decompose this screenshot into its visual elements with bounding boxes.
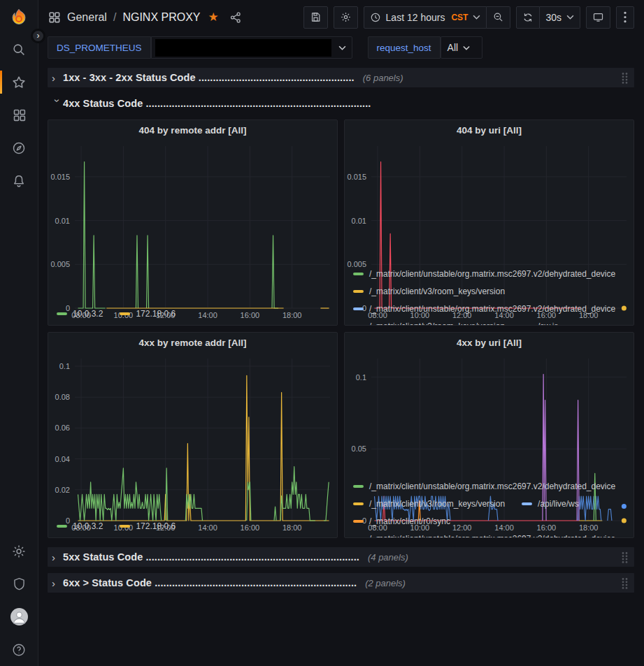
timeseries-chart[interactable]: 00.050.108:0010:0012:0014:0016:0018:00 [345, 353, 634, 476]
time-range-label: Last 12 hours [386, 12, 445, 23]
row-panel-count: (2 panels) [365, 578, 406, 588]
dashboard-body: › 1xx - 3xx - 2xx Status Code ..........… [38, 66, 644, 666]
legend-swatch [353, 273, 364, 275]
legend-swatch [522, 502, 532, 505]
legend-item[interactable]: /_matrix/client/unstable/org.matrix.msc2… [353, 534, 615, 539]
kebab-menu-icon [624, 11, 627, 23]
row-panel-count: (6 panels) [363, 73, 403, 83]
legend-item[interactable]: /_matrix/client/v3/room_keys/version [353, 287, 505, 296]
legend-swatch [57, 525, 67, 528]
favorite-star-icon[interactable]: ★ [208, 10, 219, 24]
sidebar: › [0, 0, 38, 666]
legend-item[interactable]: /_matrix/client/unstable/org.matrix.msc2… [353, 269, 615, 279]
timeseries-chart[interactable]: 00.020.040.060.080.108:0010:0012:0014:00… [48, 353, 337, 516]
sidebar-item-profile[interactable] [0, 600, 38, 633]
legend-row: /_matrix/client/v3/room_keys/version [353, 282, 627, 300]
legend-item[interactable]: 10.0.3.2 [57, 521, 103, 531]
variable-request-host-dropdown[interactable]: All [441, 36, 482, 59]
row-5xx[interactable]: › 5xx Status Code ......................… [48, 547, 634, 567]
svg-text:0.015: 0.015 [50, 173, 70, 181]
row-title: 1xx - 3xx - 2xx Status Code ............… [63, 72, 355, 83]
sidebar-item-explore[interactable] [0, 131, 38, 164]
sidebar-expand-button[interactable]: › [31, 29, 45, 43]
refresh-button[interactable] [516, 6, 540, 29]
chevron-down-icon [566, 15, 574, 20]
breadcrumb: General / NGINX PROXY ★ [48, 10, 242, 24]
row-drag-handle[interactable] [621, 551, 629, 563]
share-icon[interactable] [229, 11, 242, 24]
legend-swatch [120, 525, 130, 528]
legend-item[interactable]: /_matrix/client/v3/room_keys/version [353, 321, 505, 326]
legend-swatch [120, 312, 130, 315]
chevron-right-icon: › [52, 551, 63, 563]
legend-swatch [353, 502, 364, 505]
legend-label: /_matrix/client/unstable/org.matrix.msc2… [369, 482, 615, 491]
panel-title[interactable]: 404 by remote addr [All] [48, 120, 337, 140]
user-avatar [10, 608, 28, 625]
legend-swatch [353, 520, 364, 523]
legend-item[interactable]: /_matrix/client/unstable/org.matrix.msc2… [353, 304, 615, 314]
main-area: General / NGINX PROXY ★ [38, 0, 644, 666]
dashboards-grid-icon [12, 108, 27, 122]
svg-text:0.05: 0.05 [352, 444, 366, 453]
refresh-interval-picker[interactable]: 30s [540, 6, 580, 29]
legend-row: /_matrix/client/r0/sync [353, 512, 627, 530]
shield-icon [12, 577, 27, 591]
zoom-out-time-button[interactable] [487, 6, 510, 29]
variable-ds-dropdown[interactable] [151, 36, 352, 59]
breadcrumb-folder[interactable]: General [67, 11, 107, 24]
save-dashboard-button[interactable] [303, 6, 328, 29]
dashboard-toolbar: General / NGINX PROXY ★ [38, 0, 644, 34]
sidebar-item-help[interactable] [0, 633, 38, 666]
kiosk-tv-button[interactable] [586, 6, 610, 29]
legend-label: /_matrix/client/unstable/org.matrix.msc2… [369, 269, 615, 279]
panel-title[interactable]: 4xx by uri [All] [345, 333, 634, 353]
legend-item[interactable]: /_matrix/client/unstable/org.matrix.msc2… [353, 482, 615, 491]
legend-item[interactable]: /_matrix/client/v3/room_keys/version [353, 499, 505, 509]
panel-404-by-remote-addr: 404 by remote addr [All] 00.0050.010.015… [48, 120, 338, 326]
grafana-logo[interactable] [0, 0, 38, 33]
time-range-picker[interactable]: Last 12 hours CST [364, 6, 487, 29]
row-6xx[interactable]: › 6xx > Status Code ....................… [48, 573, 634, 593]
legend-label: 172.18.0.6 [136, 521, 176, 531]
refresh-interval-label: 30s [545, 12, 561, 23]
person-icon [10, 608, 28, 625]
sidebar-item-alerting[interactable] [0, 164, 38, 197]
apps-icon [48, 10, 61, 24]
sidebar-item-dashboards[interactable] [0, 99, 38, 131]
panel-title[interactable]: 4xx by remote addr [All] [48, 333, 337, 353]
row-drag-handle[interactable] [621, 72, 629, 84]
dashboard-title[interactable]: NGINX PROXY [122, 11, 200, 24]
timeseries-chart[interactable]: 00.0050.010.01508:0010:0012:0014:0016:00… [345, 140, 634, 263]
legend-swatch [57, 312, 67, 315]
svg-text:0.01: 0.01 [352, 217, 366, 225]
legend-item[interactable]: 172.18.0.6 [120, 521, 176, 531]
row-drag-handle[interactable] [621, 577, 629, 589]
legend-item[interactable]: /api/live/ws [522, 499, 579, 509]
variable-label-request-host: request_host [368, 36, 441, 59]
panel-grid: 404 by remote addr [All] 00.0050.010.015… [48, 120, 634, 538]
clock-icon [370, 12, 381, 23]
legend-item[interactable]: 172.18.0.6 [120, 309, 176, 319]
row-4xx[interactable]: › 4xx Status Code ......................… [48, 94, 634, 113]
legend-item[interactable]: /sw.js [522, 321, 558, 326]
legend-item[interactable]: /_matrix/client/r0/sync [353, 516, 450, 526]
more-options-button[interactable] [616, 6, 634, 29]
breadcrumb-separator: / [113, 11, 116, 24]
svg-text:0.04: 0.04 [55, 455, 70, 463]
legend-item[interactable]: 10.0.3.2 [57, 309, 103, 319]
sidebar-item-configuration[interactable] [0, 535, 38, 567]
dashboard-settings-button[interactable] [334, 6, 358, 29]
star-icon [11, 75, 27, 90]
sidebar-item-starred[interactable] [0, 66, 38, 99]
timeseries-chart[interactable]: 00.0050.010.01508:0010:0012:0014:0016:00… [48, 140, 337, 303]
sidebar-item-server-admin[interactable] [0, 567, 38, 600]
panel-title[interactable]: 404 by uri [All] [345, 120, 634, 140]
svg-text:0.08: 0.08 [55, 393, 70, 401]
legend-row: /_matrix/client/unstable/org.matrix.msc2… [353, 477, 627, 495]
panel-legend: /_matrix/client/unstable/org.matrix.msc2… [345, 263, 634, 326]
row-1xx-3xx-2xx[interactable]: › 1xx - 3xx - 2xx Status Code ..........… [48, 68, 634, 87]
legend-row: /_matrix/client/v3/room_keys/version/api… [353, 495, 627, 512]
panel-404-by-uri: 404 by uri [All] 00.0050.010.01508:0010:… [344, 120, 634, 326]
panel-4xx-by-remote-addr: 4xx by remote addr [All] 00.020.040.060.… [48, 332, 338, 538]
